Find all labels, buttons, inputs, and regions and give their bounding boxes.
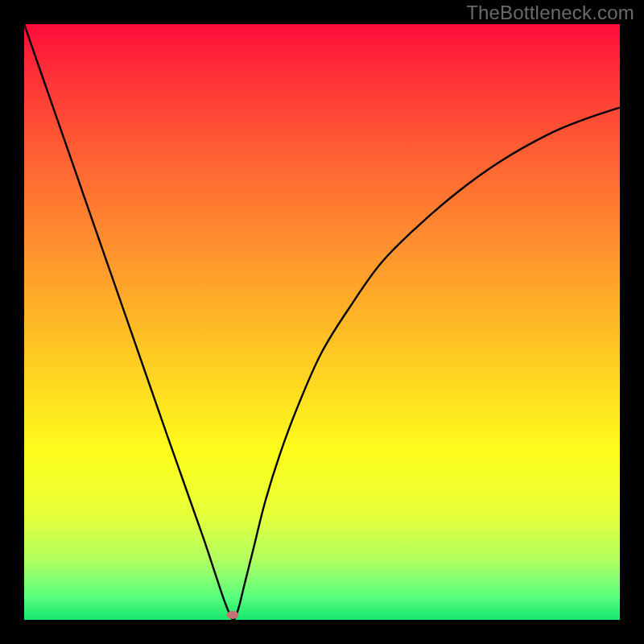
watermark-text: TheBottleneck.com	[466, 2, 634, 24]
chart-frame: TheBottleneck.com	[0, 0, 644, 644]
bottleneck-curve	[24, 24, 620, 620]
plot-area	[24, 24, 620, 620]
min-point-marker	[227, 611, 239, 619]
